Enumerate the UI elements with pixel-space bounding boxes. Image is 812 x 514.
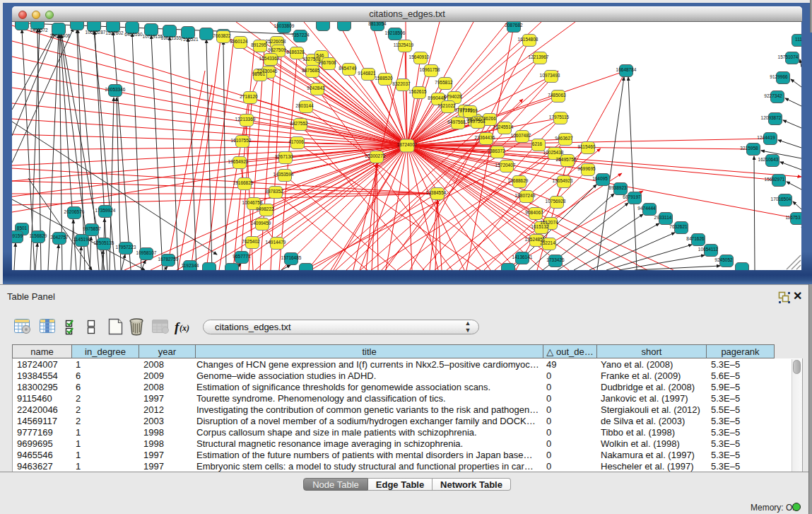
- svg-text:6497568: 6497568: [467, 119, 486, 124]
- svg-text:39159: 39159: [12, 233, 23, 238]
- svg-text:6794028: 6794028: [444, 94, 462, 99]
- svg-text:25226058: 25226058: [266, 39, 286, 44]
- svg-text:8471626: 8471626: [686, 236, 705, 241]
- svg-text:12093872: 12093872: [761, 115, 782, 120]
- svg-text:15692971: 15692971: [765, 177, 785, 182]
- svg-text:3215958: 3215958: [740, 146, 758, 151]
- svg-text:14136141: 14136141: [512, 255, 533, 259]
- svg-text:25495758: 25495758: [556, 157, 577, 162]
- svg-text:8322037: 8322037: [392, 81, 411, 86]
- svg-text:164095: 164095: [592, 176, 608, 181]
- svg-text:20206576: 20206576: [64, 209, 85, 214]
- svg-text:9227342: 9227342: [764, 93, 782, 98]
- svg-text:16154808: 16154808: [518, 37, 539, 42]
- svg-text:12213369: 12213369: [235, 117, 256, 122]
- svg-text:111: 111: [795, 37, 801, 42]
- svg-text:2042757: 2042757: [50, 235, 69, 240]
- svg-text:98961: 98961: [252, 71, 265, 76]
- svg-text:6497568: 6497568: [447, 119, 466, 124]
- svg-text:1527602: 1527602: [105, 30, 124, 35]
- svg-text:16961758: 16961758: [420, 67, 440, 72]
- svg-text:10654112: 10654112: [698, 247, 719, 252]
- svg-text:1588520: 1588520: [375, 76, 393, 81]
- svg-text:7632621: 7632621: [669, 224, 688, 229]
- svg-text:16245514: 16245514: [493, 124, 514, 129]
- svg-text:10973493: 10973493: [540, 73, 560, 78]
- svg-text:1145194: 1145194: [73, 237, 91, 242]
- svg-text:7485063: 7485063: [548, 93, 566, 98]
- svg-text:8990448: 8990448: [428, 95, 446, 100]
- svg-text:16543362: 16543362: [259, 56, 280, 61]
- svg-text:19384554: 19384554: [426, 190, 447, 195]
- svg-text:15716485: 15716485: [281, 255, 302, 260]
- svg-text:9245052: 9245052: [714, 257, 733, 262]
- svg-text:10958107: 10958107: [136, 250, 157, 255]
- svg-text:891295: 891295: [251, 42, 266, 47]
- svg-text:18807249: 18807249: [515, 193, 536, 198]
- svg-text:7515521: 7515521: [180, 37, 199, 42]
- svg-text:10655287: 10655287: [86, 30, 106, 35]
- svg-text:7955812: 7955812: [435, 80, 453, 85]
- svg-text:16033809: 16033809: [274, 23, 295, 28]
- svg-text:2803144: 2803144: [295, 103, 314, 108]
- svg-text:12213967: 12213967: [529, 54, 549, 59]
- svg-text:14353594: 14353594: [273, 172, 294, 177]
- svg-text:9657771: 9657771: [233, 254, 251, 259]
- svg-text:1192344: 1192344: [182, 263, 199, 268]
- svg-text:9242843: 9242843: [307, 86, 325, 90]
- svg-text:1621022: 1621022: [437, 103, 456, 108]
- svg-text:11325419: 11325419: [394, 42, 414, 47]
- svg-text:1156829: 1156829: [30, 233, 47, 238]
- svg-text:10025438: 10025438: [543, 150, 564, 155]
- svg-text:15751074: 15751074: [778, 54, 799, 59]
- svg-text:17957223: 17957223: [116, 245, 136, 250]
- svg-text:16671355: 16671355: [161, 35, 182, 40]
- svg-text:1244419: 1244419: [757, 135, 775, 140]
- svg-text:9463627: 9463627: [555, 136, 573, 141]
- svg-text:8878352: 8878352: [265, 189, 283, 194]
- svg-text:(x): (x): [180, 323, 189, 333]
- svg-text:7625402: 7625402: [242, 239, 260, 244]
- svg-text:16210643: 16210643: [758, 157, 779, 162]
- svg-text:8427552: 8427552: [290, 121, 308, 126]
- svg-text:8875685: 8875685: [302, 68, 320, 73]
- svg-text:1615132: 1615132: [531, 224, 549, 229]
- svg-text:25300273: 25300273: [365, 153, 386, 158]
- svg-text:10046758: 10046758: [242, 200, 263, 205]
- svg-text:16107552: 16107552: [231, 138, 252, 143]
- svg-text:14914479: 14914479: [266, 240, 286, 245]
- svg-text:14099459: 14099459: [251, 221, 271, 226]
- svg-text:9827509: 9827509: [268, 47, 286, 52]
- svg-text:8813054: 8813054: [368, 22, 387, 26]
- svg-text:2087682: 2087682: [505, 23, 523, 28]
- svg-text:20053346: 20053346: [105, 87, 126, 92]
- svg-text:546: 546: [317, 53, 324, 58]
- svg-text:12505135: 12505135: [94, 240, 114, 245]
- svg-text:7386372: 7386372: [487, 148, 505, 153]
- svg-text:15640910: 15640910: [409, 54, 430, 59]
- svg-text:2367608: 2367608: [318, 60, 336, 65]
- svg-text:1733426: 1733426: [546, 257, 565, 262]
- svg-text:16648784: 16648784: [616, 67, 637, 72]
- svg-text:17975115: 17975115: [549, 115, 570, 119]
- svg-text:7663822: 7663822: [213, 33, 231, 38]
- svg-text:9498222: 9498222: [256, 206, 274, 211]
- svg-text:9129966: 9129966: [770, 74, 788, 79]
- svg-text:13654923: 13654923: [553, 178, 573, 183]
- svg-text:8960124: 8960124: [230, 39, 248, 44]
- svg-text:23364436: 23364436: [475, 135, 495, 140]
- svg-text:16782759: 16782759: [158, 257, 179, 262]
- svg-text:8454749: 8454749: [339, 66, 357, 71]
- svg-text:6216: 6216: [532, 141, 543, 146]
- svg-text:20691406: 20691406: [50, 33, 71, 38]
- svg-text:10756928: 10756928: [546, 199, 566, 204]
- svg-text:1405572: 1405572: [30, 28, 48, 33]
- svg-text:10688629: 10688629: [508, 178, 529, 183]
- svg-text:9084067: 9084067: [525, 210, 543, 215]
- svg-text:2933114: 2933114: [654, 215, 672, 220]
- svg-text:252214: 252214: [540, 240, 555, 245]
- svg-text:7357224: 7357224: [291, 33, 310, 37]
- svg-text:9975857: 9975857: [83, 226, 101, 231]
- svg-text:116753: 116753: [785, 215, 801, 220]
- svg-text:15720407: 15720407: [495, 163, 516, 168]
